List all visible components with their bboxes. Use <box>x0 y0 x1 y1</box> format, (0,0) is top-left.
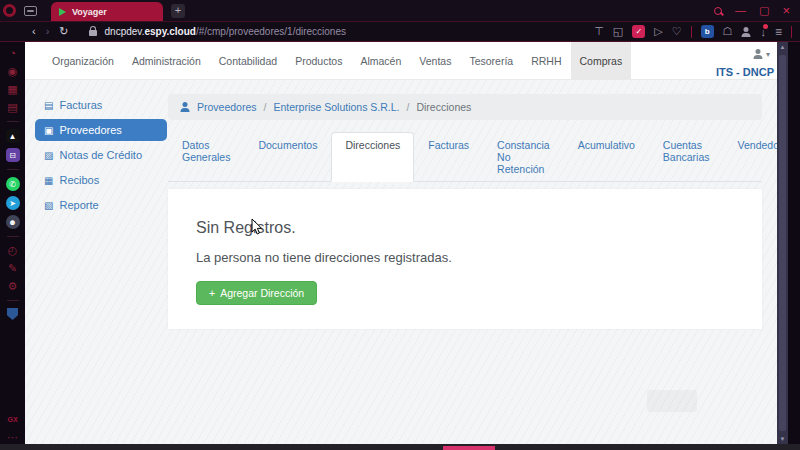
shield-check-icon[interactable]: ✓ <box>632 25 645 38</box>
address-bar: ‹ › ↻ dncpdev. espy.cloud /#/cmp/proveed… <box>0 22 800 42</box>
nav-buttons: ‹ › ↻ <box>0 25 79 38</box>
tab-datos-generales[interactable]: Datos Generales <box>168 132 244 182</box>
mouse-cursor <box>251 218 263 236</box>
tab-constancia-no-retencion[interactable]: Constancia No Retención <box>483 132 564 182</box>
tab-tray-icon[interactable] <box>24 6 37 16</box>
user-menu-button[interactable]: ▾ <box>753 49 770 59</box>
truck-icon: ▣ <box>44 125 53 136</box>
nav-item-compras[interactable]: Compras <box>571 42 632 79</box>
tab-direcciones[interactable]: Direcciones <box>331 132 414 182</box>
security-extension-icon[interactable] <box>7 308 18 320</box>
sidebar-item-proveedores[interactable]: ▣ Proveedores <box>35 119 167 141</box>
nav-item-administracion[interactable]: Administración <box>123 42 210 79</box>
new-tab-button[interactable]: + <box>171 4 185 18</box>
window-controls: — ▢ × <box>714 5 800 16</box>
snapshot-icon[interactable]: ◱ <box>613 25 623 38</box>
breadcrumb: Proveedores / Enterprise Solutions S.R.L… <box>168 94 762 120</box>
gx-corner-icon[interactable]: ◉ <box>6 65 19 78</box>
sidebar-item-label: Notas de Crédito <box>59 149 142 161</box>
tab-facturas[interactable]: Facturas <box>414 132 483 182</box>
downloads-icon[interactable]: ↓ <box>760 26 766 38</box>
tab-acumulativo[interactable]: Acumulativo <box>564 132 649 182</box>
search-icon[interactable] <box>714 7 722 15</box>
minimize-button[interactable]: — <box>735 5 746 16</box>
add-address-button[interactable]: + Agregar Dirección <box>196 281 317 305</box>
breadcrumb-current: Direcciones <box>416 101 471 113</box>
browser-tab[interactable]: Voyager <box>51 2 163 21</box>
whatsapp-icon[interactable]: ✆ <box>6 177 20 191</box>
telegram-icon[interactable]: ➤ <box>6 196 20 210</box>
url-prefix: dncpdev. <box>105 26 145 37</box>
divider <box>7 300 19 301</box>
sidebar-item-reporte[interactable]: ▧ Reporte <box>35 194 167 216</box>
sidebar-item-label: Facturas <box>59 99 102 111</box>
pinned-site-icon[interactable]: ▲ <box>6 129 20 143</box>
send-icon[interactable]: ▷ <box>654 25 662 38</box>
extension-icon[interactable]: b <box>701 25 714 38</box>
divider <box>791 26 792 38</box>
scroll-down-icon[interactable]: ▼ <box>780 436 786 442</box>
settings-gear-icon[interactable]: ⚙ <box>6 280 19 293</box>
opera-logo-icon[interactable] <box>3 4 16 17</box>
nav-item-tesoreria[interactable]: Tesorería <box>460 42 522 79</box>
maximize-button[interactable]: ▢ <box>759 5 769 16</box>
speed-dial-icon[interactable]: ◔ <box>6 47 19 60</box>
add-address-label: Agregar Dirección <box>220 287 304 299</box>
empty-state-card: Sin Registros. La persona no tiene direc… <box>168 189 762 329</box>
sidebar-item-recibos[interactable]: ▦ Recibos <box>35 169 167 191</box>
gx-logo-icon[interactable]: GX <box>6 412 20 426</box>
ghost-extension-icon[interactable]: ☖ <box>723 25 733 38</box>
url-field[interactable]: dncpdev. espy.cloud /#/cmp/proveedores/1… <box>105 26 346 37</box>
scrollbar-thumb[interactable] <box>779 55 786 431</box>
page-body: ▤ Facturas ▣ Proveedores ▨ Notas de Créd… <box>25 80 788 444</box>
more-options-icon[interactable]: ⋯ <box>6 431 19 444</box>
window-right-edge <box>788 42 800 444</box>
close-button[interactable]: × <box>782 5 790 16</box>
browser-tab-bar: Voyager + — ▢ × <box>0 0 800 22</box>
app-top-nav: Organización Administración Contabilidad… <box>25 42 788 80</box>
nav-item-ventas[interactable]: Ventas <box>410 42 460 79</box>
customize-icon[interactable]: ✎ <box>6 262 19 275</box>
breadcrumb-supplier-name[interactable]: Enterprise Solutions S.R.L. <box>273 101 399 113</box>
empty-state-title: Sin Registros. <box>196 219 734 237</box>
sidebar-item-notas-credito[interactable]: ▨ Notas de Crédito <box>35 144 167 166</box>
nav-item-rrhh[interactable]: RRHH <box>522 42 570 79</box>
page-scrollbar[interactable]: ▲ ▼ <box>777 42 788 444</box>
forward-button[interactable]: › <box>46 25 50 38</box>
empty-state-message: La persona no tiene direcciones registra… <box>196 250 734 265</box>
divider <box>7 236 19 237</box>
twitch-icon[interactable]: ⊟ <box>6 148 20 162</box>
profile-icon[interactable] <box>741 27 751 37</box>
lock-icon[interactable] <box>89 30 97 36</box>
sidebar-item-facturas[interactable]: ▤ Facturas <box>35 94 167 116</box>
taskbar-accent <box>443 446 495 450</box>
nav-item-almacen[interactable]: Almacén <box>351 42 410 79</box>
tab-documentos[interactable]: Documentos <box>244 132 331 182</box>
divider <box>7 121 19 122</box>
player-icon[interactable]: ▤ <box>6 101 19 114</box>
scroll-up-icon[interactable]: ▲ <box>780 44 786 50</box>
reload-button[interactable]: ↻ <box>59 25 68 38</box>
tab-cuentas-bancarias[interactable]: Cuentas Bancarias <box>649 132 724 182</box>
taskbar-sliver <box>0 444 800 450</box>
pin-icon[interactable]: ⊤ <box>594 25 604 38</box>
discord-icon[interactable]: ☻ <box>6 215 20 229</box>
mods-icon[interactable]: ▦ <box>6 83 19 96</box>
menu-icon[interactable]: ≡ <box>775 25 782 39</box>
report-icon: ▧ <box>44 200 53 211</box>
plus-icon: + <box>209 287 215 299</box>
history-icon[interactable]: ◴ <box>6 244 19 257</box>
url-domain: espy.cloud <box>144 26 196 37</box>
breadcrumb-proveedores[interactable]: Proveedores <box>197 101 257 113</box>
sidebar-item-label: Reporte <box>59 199 98 211</box>
nav-item-productos[interactable]: Productos <box>286 42 351 79</box>
tab-title: Voyager <box>72 7 107 17</box>
org-brand-label: ITS - DNCP <box>716 66 774 78</box>
nav-item-contabilidad[interactable]: Contabilidad <box>210 42 286 79</box>
back-button[interactable]: ‹ <box>32 25 36 38</box>
address-bar-icons: ⊤ ◱ ✓ ▷ ♡ b ☖ ↓ ≡ <box>594 25 800 39</box>
sidebar-item-label: Proveedores <box>59 124 121 136</box>
bookmark-heart-icon[interactable]: ♡ <box>672 25 682 38</box>
nav-item-organizacion[interactable]: Organización <box>43 42 123 79</box>
sidebar-item-label: Recibos <box>59 174 99 186</box>
